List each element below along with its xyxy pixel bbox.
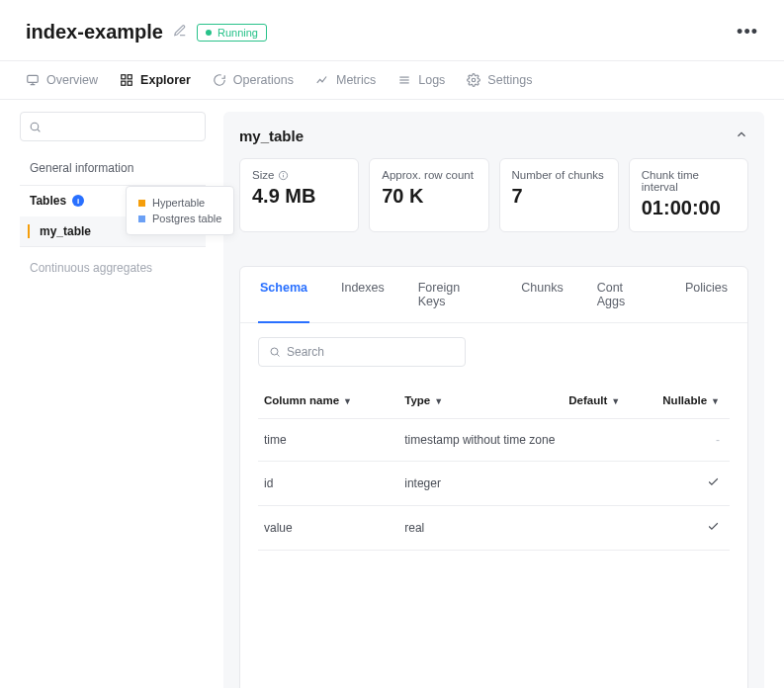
sidebar: General information Tables i Hypertable … bbox=[20, 112, 206, 688]
panel-tab-chunks[interactable]: Chunks bbox=[519, 267, 565, 322]
table-title: my_table bbox=[239, 128, 304, 144]
stat-chunks: Number of chunks 7 bbox=[499, 158, 619, 232]
col-header-type[interactable]: Type▼ bbox=[398, 385, 563, 419]
svg-rect-4 bbox=[128, 81, 131, 85]
cell-nullable bbox=[656, 462, 730, 506]
cell-name: time bbox=[258, 419, 398, 462]
stat-interval: Chunk time interval 01:00:00 bbox=[629, 158, 748, 232]
cell-type: integer bbox=[398, 462, 563, 506]
svg-line-10 bbox=[38, 129, 40, 130]
svg-point-9 bbox=[31, 123, 39, 130]
table-row: time timestamp without time zone - bbox=[258, 419, 730, 462]
tab-logs[interactable]: Logs bbox=[397, 61, 445, 99]
check-icon bbox=[707, 522, 720, 536]
tab-explorer[interactable]: Explorer bbox=[120, 61, 191, 99]
table-row: id integer bbox=[258, 462, 730, 506]
sidebar-general-info[interactable]: General information bbox=[20, 155, 206, 185]
more-menu-icon[interactable]: ••• bbox=[737, 18, 758, 46]
cell-name: value bbox=[258, 506, 398, 551]
sidebar-continuous-aggregates[interactable]: Continuous aggregates bbox=[20, 246, 206, 289]
cell-type: real bbox=[398, 506, 563, 551]
cell-default bbox=[563, 506, 656, 551]
stat-size: Size 4.9 MB bbox=[239, 158, 359, 232]
table-type-legend: Hypertable Postgres table bbox=[126, 186, 234, 235]
tab-settings[interactable]: Settings bbox=[467, 61, 532, 99]
cell-nullable bbox=[656, 506, 730, 551]
tab-operations[interactable]: Operations bbox=[213, 61, 294, 99]
cell-nullable: - bbox=[656, 419, 730, 462]
cell-type: timestamp without time zone bbox=[398, 419, 563, 462]
sidebar-tables-header[interactable]: Tables i Hypertable Postgres table bbox=[20, 185, 206, 216]
info-icon[interactable] bbox=[278, 170, 289, 181]
svg-point-14 bbox=[271, 348, 278, 355]
col-header-name[interactable]: Column name▼ bbox=[258, 385, 398, 419]
page-header: index-example Running ••• bbox=[0, 0, 784, 60]
hypertable-color-icon bbox=[138, 200, 145, 207]
svg-rect-0 bbox=[28, 75, 39, 82]
schema-table: Column name▼ Type▼ Default▼ Nullable▼ ti… bbox=[258, 385, 730, 551]
sidebar-search[interactable] bbox=[20, 112, 206, 141]
panel-tab-indexes[interactable]: Indexes bbox=[339, 267, 387, 322]
svg-rect-3 bbox=[122, 81, 126, 85]
svg-rect-1 bbox=[122, 75, 126, 79]
schema-search[interactable]: Search bbox=[258, 337, 466, 367]
status-badge: Running bbox=[197, 24, 267, 42]
panel-tab-foreign-keys[interactable]: Foreign Keys bbox=[416, 267, 490, 322]
schema-panel: Schema Indexes Foreign Keys Chunks Cont … bbox=[239, 266, 748, 688]
collapse-icon[interactable] bbox=[735, 128, 748, 144]
table-row: value real bbox=[258, 506, 730, 551]
postgres-color-icon bbox=[138, 215, 145, 222]
svg-line-15 bbox=[277, 354, 279, 356]
edit-icon[interactable] bbox=[173, 24, 187, 41]
legend-hypertable: Hypertable bbox=[138, 195, 221, 211]
cell-default bbox=[563, 419, 656, 462]
status-text: Running bbox=[218, 27, 258, 39]
header-left: index-example Running bbox=[26, 21, 267, 43]
col-header-default[interactable]: Default▼ bbox=[563, 385, 656, 419]
page-title: index-example bbox=[26, 21, 163, 43]
tab-metrics[interactable]: Metrics bbox=[315, 61, 376, 99]
search-icon bbox=[29, 121, 42, 133]
tab-overview[interactable]: Overview bbox=[26, 61, 98, 99]
svg-point-8 bbox=[473, 78, 477, 82]
nav-tabs: Overview Explorer Operations Metrics Log… bbox=[0, 60, 784, 100]
stats-row: Size 4.9 MB Approx. row count 70 K Numbe… bbox=[239, 158, 748, 232]
check-icon bbox=[707, 477, 720, 491]
info-icon[interactable]: i bbox=[72, 195, 84, 207]
content-panel: my_table Size 4.9 MB Approx. row count 7… bbox=[223, 112, 764, 688]
svg-rect-2 bbox=[128, 75, 131, 79]
status-dot-icon bbox=[206, 30, 212, 36]
col-header-nullable[interactable]: Nullable▼ bbox=[656, 385, 730, 419]
stat-row-count: Approx. row count 70 K bbox=[369, 158, 488, 232]
search-icon bbox=[269, 346, 281, 358]
panel-tab-policies[interactable]: Policies bbox=[683, 267, 730, 322]
panel-tab-cont-aggs[interactable]: Cont Aggs bbox=[595, 267, 653, 322]
cell-name: id bbox=[258, 462, 398, 506]
panel-tabs: Schema Indexes Foreign Keys Chunks Cont … bbox=[240, 267, 747, 323]
cell-default bbox=[563, 462, 656, 506]
legend-postgres: Postgres table bbox=[138, 211, 221, 226]
panel-tab-schema[interactable]: Schema bbox=[258, 267, 309, 322]
